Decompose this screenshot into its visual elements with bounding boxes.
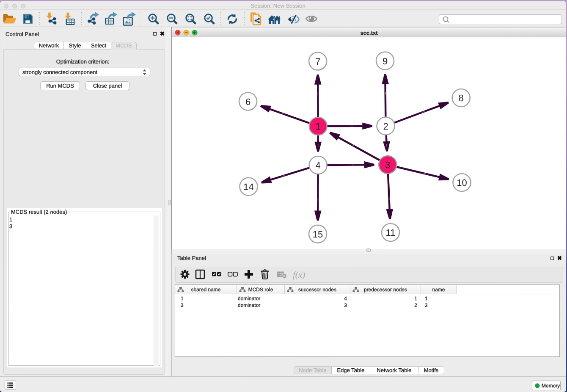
svg-text:11: 11 bbox=[386, 227, 396, 238]
svg-text:1: 1 bbox=[316, 121, 321, 132]
svg-text:3: 3 bbox=[385, 160, 390, 170]
svg-text:15: 15 bbox=[313, 229, 323, 240]
svg-text:9: 9 bbox=[383, 56, 388, 66]
svg-text:6: 6 bbox=[245, 96, 250, 107]
svg-text:f(x): f(x) bbox=[293, 270, 305, 280]
svg-text:7: 7 bbox=[315, 56, 320, 67]
svg-text:14: 14 bbox=[243, 182, 253, 192]
svg-text:8: 8 bbox=[459, 93, 464, 103]
svg-text:4: 4 bbox=[316, 160, 321, 171]
svg-text:2: 2 bbox=[383, 121, 388, 132]
svg-text:10: 10 bbox=[457, 177, 467, 188]
